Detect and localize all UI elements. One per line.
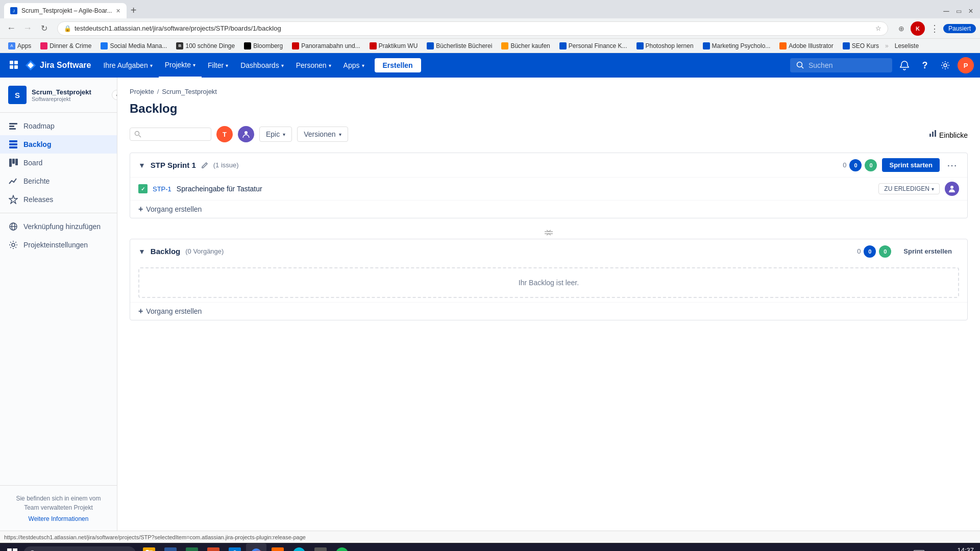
taskbar-network-icon[interactable]: ⌨ (913, 548, 925, 551)
bookmark-adobe[interactable]: Adobe Illustrator (775, 41, 837, 51)
backlog-count-blue: 0 (864, 245, 876, 258)
sidebar-item-releases[interactable]: Releases (0, 190, 117, 209)
bookmark-panorama[interactable]: Panoramabahn und... (288, 41, 364, 51)
search-box[interactable]: Suchen (790, 58, 892, 72)
sidebar-item-verknupfung[interactable]: Verknüpfung hinzufügen (0, 217, 117, 236)
extension-btn[interactable]: ⊕ (894, 21, 909, 36)
versionen-chevron-icon: ▾ (339, 132, 341, 137)
nav-item-projekte[interactable]: Projekte ▾ (159, 53, 202, 78)
nav-item-personen[interactable]: Personen ▾ (290, 53, 337, 78)
taskbar-app-10[interactable]: ♪ (332, 543, 352, 552)
taskbar-app-powerpoint[interactable]: P (203, 543, 224, 552)
logo-text: Jira Software (40, 61, 91, 70)
bookmark-bucher[interactable]: Bücher kaufen (497, 41, 554, 51)
bookmark-100dinge[interactable]: B 100 schöne Dinge (172, 41, 239, 51)
user-avatar[interactable]: P (958, 57, 974, 73)
einblicke-btn[interactable]: Einblicke (929, 130, 968, 139)
backlog-header[interactable]: ▼ Backlog (0 Vorgänge) 0 0 0 Sprint erst… (130, 239, 967, 263)
taskbar-app-9[interactable]: ⊞ (310, 543, 331, 552)
sidebar-item-board[interactable]: Board (0, 154, 117, 172)
profile-btn[interactable]: K (911, 21, 925, 36)
avatar-filter-1[interactable]: T (216, 126, 233, 142)
sprint-create-label: Vorgang erstellen (146, 205, 202, 213)
browser-menu[interactable]: ⋮ (927, 21, 941, 36)
bookmark-panorama-label: Panoramabahn und... (301, 42, 360, 49)
bookmark-photoshop[interactable]: Photoshop lernen (632, 41, 698, 51)
jira-logo[interactable]: Jira Software (24, 59, 91, 71)
start-btn[interactable] (2, 543, 22, 552)
back-btn[interactable]: ← (4, 21, 18, 36)
notification-btn[interactable] (896, 57, 913, 73)
item-status-label: ZU ERLEDIGEN (884, 185, 929, 192)
bookmark-seo[interactable]: SEO Kurs (839, 41, 883, 51)
taskbar-app-5[interactable] (225, 543, 245, 552)
nav-item-aufgaben[interactable]: Ihre Aufgaben ▾ (97, 53, 158, 78)
resize-handle[interactable] (130, 227, 968, 239)
epic-filter-btn[interactable]: Epic ▾ (259, 127, 292, 142)
sidebar-item-roadmap[interactable]: Roadmap (0, 117, 117, 135)
avatar-filter-2[interactable] (238, 126, 254, 142)
bookmark-praktikum[interactable]: Praktikum WU (365, 41, 422, 51)
nav-item-filter[interactable]: Filter ▾ (202, 53, 234, 78)
taskbar-app-excel[interactable]: X (182, 543, 202, 552)
app7-icon: ◉ (272, 547, 284, 552)
reload-btn[interactable]: ↻ (37, 21, 51, 36)
restore-btn[interactable]: ▭ (953, 6, 964, 16)
item-status-btn[interactable]: ZU ERLEDIGEN ▾ (878, 183, 940, 194)
bookmark-bloomberg[interactable]: Bloomberg (240, 41, 287, 51)
search-filter-box[interactable] (130, 128, 211, 141)
help-btn[interactable]: ? (917, 57, 933, 73)
sidebar-item-projekteinstellungen[interactable]: Projekteinstellungen (0, 236, 117, 254)
bookmark-marketing[interactable]: Marketing Psycholo... (699, 41, 775, 51)
breadcrumb-project[interactable]: Scrum_Testprojekt (162, 88, 217, 95)
sidebar-item-backlog[interactable]: Backlog (0, 135, 117, 154)
taskbar-app-7[interactable]: ◉ (267, 543, 288, 552)
settings-btn[interactable] (937, 57, 953, 73)
svg-rect-11 (9, 143, 17, 145)
nav-item-dashboards[interactable]: Dashboards ▾ (234, 53, 290, 78)
bookmark-leseliste[interactable]: Leseliste (891, 41, 923, 51)
tab-close[interactable]: × (116, 7, 120, 15)
sprint1-header[interactable]: ▼ STP Sprint 1 (1 issue) 0 0 0 Sprint st… (130, 153, 967, 177)
sprint1-edit-icon[interactable] (201, 162, 208, 169)
active-tab[interactable]: J Scrum_Testprojekt – Agile-Boar... × (4, 3, 127, 18)
grid-icon[interactable] (6, 57, 22, 73)
sprint-menu-btn[interactable]: ⋯ (945, 159, 959, 171)
nav-item-apps[interactable]: Apps ▾ (337, 53, 371, 78)
sidebar-item-berichte[interactable]: Berichte (0, 172, 117, 190)
bookmark-bucherliste[interactable]: Bücherliste Bücherei (423, 41, 496, 51)
sprint-start-button[interactable]: Sprint starten (882, 158, 940, 172)
close-btn[interactable]: × (966, 6, 976, 16)
item-avatar (945, 182, 959, 196)
bookmark-apps[interactable]: A Apps (4, 41, 35, 51)
create-button[interactable]: Erstellen (375, 58, 421, 72)
search-filter-input[interactable] (144, 130, 195, 138)
bookmark-star[interactable]: ☆ (875, 24, 881, 32)
bookmarks-bar: A Apps Dinner & Crime Social Media Mana.… (0, 39, 980, 53)
forward-btn[interactable]: → (20, 21, 35, 36)
bookmark-marketing-label: Marketing Psycholo... (712, 42, 771, 49)
taskbar-app-word[interactable]: W (160, 543, 181, 552)
backlog-issue-count: (0 Vorgänge) (185, 247, 224, 255)
sprint-create-row[interactable]: + Vorgang erstellen (130, 200, 967, 218)
taskbar-app-chrome[interactable] (246, 543, 266, 552)
bookmark-social[interactable]: Social Media Mana... (96, 41, 171, 51)
item-id[interactable]: STP-1 (153, 185, 172, 193)
backlog-create-row[interactable]: + Vorgang erstellen (130, 302, 967, 320)
backlog-sprint-create-btn[interactable]: Sprint erstellen (896, 244, 959, 258)
new-tab-btn[interactable]: + (127, 3, 141, 17)
taskbar-app-explorer[interactable] (139, 543, 159, 552)
address-bar[interactable]: 🔒 testdeutsch1.atlassian.net/jira/softwa… (57, 21, 888, 36)
nav-filter-arrow: ▾ (226, 63, 228, 68)
breadcrumb-projekte[interactable]: Projekte (130, 88, 154, 95)
bookmark-finance[interactable]: Personal Finance K... (555, 41, 631, 51)
bookmark-dinner[interactable]: Dinner & Crime (36, 41, 95, 51)
nav-apps-arrow: ▾ (362, 63, 364, 68)
minimize-btn[interactable]: ─ (941, 6, 951, 16)
versionen-filter-btn[interactable]: Versionen ▾ (297, 127, 348, 142)
taskbar-search[interactable]: Zur Suche Text hier eingeben (23, 546, 136, 552)
chrome-icon (250, 547, 262, 552)
taskbar-app-8[interactable]: ✦ (289, 543, 309, 552)
sidebar-footer-link[interactable]: Weitere Informationen (8, 515, 109, 522)
pause-btn[interactable]: Pausiert (943, 24, 976, 33)
